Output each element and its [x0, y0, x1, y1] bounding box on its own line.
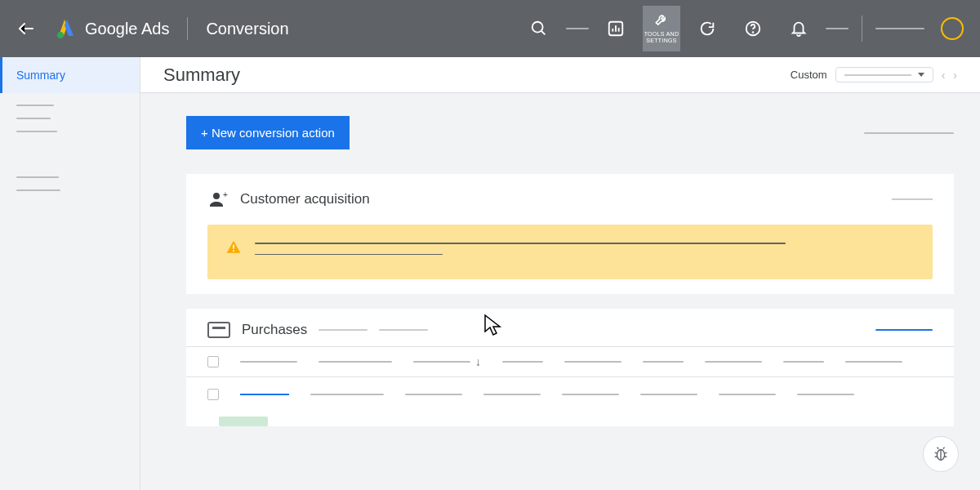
column-header[interactable] — [783, 361, 824, 363]
svg-line-16 — [935, 452, 938, 453]
bell-icon[interactable] — [780, 6, 817, 51]
subtitle-placeholder — [318, 329, 368, 331]
svg-rect-13 — [233, 250, 234, 252]
top-placeholder — [566, 28, 589, 29]
row-checkbox[interactable] — [207, 389, 219, 400]
svg-line-17 — [945, 452, 947, 453]
card-action-placeholder[interactable] — [892, 198, 933, 200]
new-conversion-action-button[interactable]: + New conversion action — [186, 116, 350, 149]
sidebar-placeholder[interactable] — [16, 176, 59, 178]
topbar: Google Ads Conversion TOOLS AND SETTINGS — [0, 0, 980, 57]
date-next-button[interactable]: › — [953, 69, 957, 82]
svg-point-1 — [57, 32, 64, 38]
tools-settings-icon[interactable]: TOOLS AND SETTINGS — [643, 6, 680, 51]
date-range-controls: Custom ‹ › — [791, 67, 957, 82]
column-header[interactable] — [413, 361, 470, 363]
row-cell — [405, 394, 462, 395]
table-header-row: ↓ — [186, 346, 954, 377]
row-cell — [719, 394, 776, 395]
refresh-icon[interactable] — [688, 6, 726, 51]
section-name: Conversion — [206, 20, 288, 38]
customer-acquisition-card: + Customer acquisition — [186, 174, 954, 294]
status-pill — [219, 416, 268, 426]
sidebar: Summary — [0, 57, 140, 490]
avatar[interactable] — [941, 17, 964, 40]
search-icon[interactable] — [520, 6, 558, 51]
product-logo: Google Ads — [56, 18, 169, 39]
person-add-icon: + — [207, 189, 229, 210]
date-range-label: Custom — [791, 69, 827, 81]
svg-line-19 — [945, 457, 947, 457]
purchases-title: Purchases — [242, 322, 307, 338]
purchases-card: Purchases ↓ — [186, 309, 954, 426]
main: Summary Custom ‹ › + New conversion acti… — [140, 57, 980, 490]
table-row[interactable] — [186, 377, 954, 412]
subtitle-placeholder — [379, 329, 428, 331]
tools-label: TOOLS AND SETTINGS — [643, 31, 680, 43]
row-link-placeholder[interactable] — [240, 394, 289, 395]
column-header[interactable] — [318, 361, 392, 363]
separator — [862, 16, 862, 42]
date-range-select[interactable] — [835, 67, 933, 82]
column-header[interactable] — [502, 361, 543, 363]
row-cell — [562, 394, 619, 395]
svg-text:+: + — [223, 190, 228, 199]
svg-line-21 — [943, 448, 945, 449]
account-placeholder — [875, 28, 924, 29]
warning-icon — [225, 239, 242, 265]
back-arrow-icon[interactable] — [16, 19, 36, 38]
row-cell — [310, 394, 384, 395]
link-placeholder[interactable] — [875, 329, 933, 331]
link-placeholder[interactable] — [864, 132, 954, 134]
row-cell — [483, 394, 541, 395]
svg-line-20 — [937, 448, 938, 449]
customer-acquisition-title: Customer acquisition — [240, 191, 370, 207]
sidebar-placeholder[interactable] — [16, 189, 60, 191]
svg-line-18 — [935, 457, 938, 457]
sidebar-item-summary[interactable]: Summary — [0, 57, 140, 93]
chevron-down-icon — [918, 73, 924, 77]
reports-icon[interactable] — [597, 6, 635, 51]
svg-point-2 — [532, 22, 543, 33]
help-icon[interactable] — [734, 6, 772, 51]
sidebar-placeholder[interactable] — [16, 131, 57, 132]
top-placeholder — [826, 28, 849, 29]
sidebar-placeholder[interactable] — [16, 118, 51, 119]
column-header[interactable] — [845, 361, 902, 363]
separator — [187, 17, 188, 40]
row-cell — [640, 394, 697, 395]
column-header[interactable] — [240, 361, 297, 363]
row-cell — [797, 394, 854, 395]
column-header[interactable] — [643, 361, 684, 363]
page-header: Summary Custom ‹ › — [140, 57, 980, 93]
alert-text-placeholder — [255, 239, 915, 265]
product-name: Google Ads — [85, 20, 169, 38]
sort-down-icon[interactable]: ↓ — [475, 355, 481, 368]
svg-rect-12 — [233, 245, 234, 249]
page-title: Summary — [163, 65, 240, 86]
svg-line-3 — [541, 31, 546, 35]
select-all-checkbox[interactable] — [207, 356, 219, 368]
card-icon — [207, 322, 230, 338]
date-prev-button[interactable]: ‹ — [942, 69, 946, 82]
warning-alert — [207, 225, 933, 279]
sidebar-placeholder[interactable] — [16, 105, 54, 106]
feedback-bug-button[interactable] — [923, 436, 959, 472]
column-header[interactable] — [705, 361, 762, 363]
top-actions: TOOLS AND SETTINGS — [520, 6, 964, 51]
svg-point-9 — [753, 32, 754, 33]
ads-logo-icon — [56, 18, 77, 39]
column-header[interactable] — [564, 361, 621, 363]
svg-point-10 — [213, 193, 220, 199]
